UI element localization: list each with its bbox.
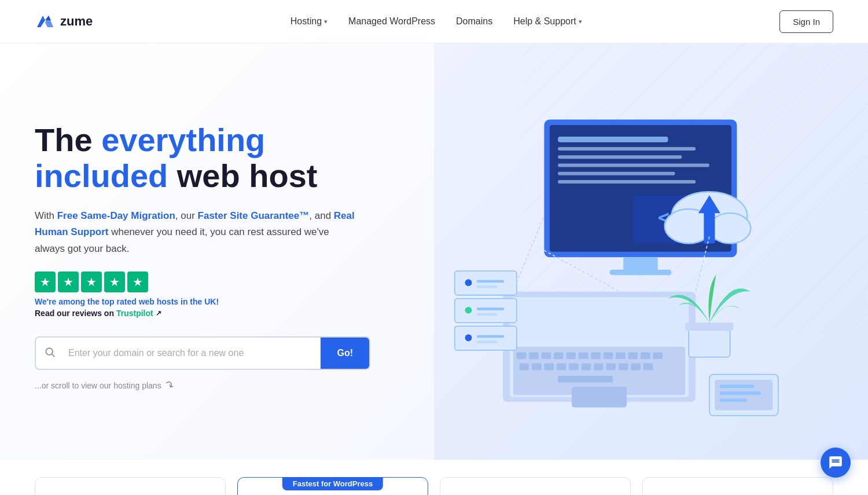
server-icon <box>107 487 153 495</box>
nav-hosting[interactable]: Hosting ▾ <box>290 16 328 27</box>
svg-line-70 <box>517 216 545 283</box>
svg-rect-44 <box>572 387 627 408</box>
svg-point-3 <box>46 348 53 355</box>
svg-rect-7 <box>558 137 668 142</box>
svg-rect-15 <box>623 257 657 271</box>
logo[interactable]: zume <box>35 11 93 32</box>
star-3: ★ <box>81 272 102 292</box>
search-go-button[interactable]: Go! <box>321 338 369 369</box>
card-2-featured[interactable]: Fastest for WordPress <box>237 477 428 495</box>
svg-rect-50 <box>477 285 498 288</box>
logo-icon <box>35 11 56 32</box>
star-5: ★ <box>127 272 148 292</box>
svg-rect-53 <box>477 313 498 316</box>
svg-rect-68 <box>720 391 761 395</box>
migration-link[interactable]: Free Same-Day Migration <box>57 210 175 221</box>
logo-text: zume <box>60 14 93 29</box>
star-2: ★ <box>58 272 79 292</box>
svg-rect-32 <box>520 364 529 371</box>
domain-search-input[interactable] <box>64 338 321 369</box>
illustration-svg: </> <box>434 78 833 437</box>
hero-section: The everything included web host With Fr… <box>0 43 868 460</box>
svg-rect-8 <box>558 147 696 151</box>
svg-rect-27 <box>604 352 613 359</box>
svg-point-59 <box>709 213 751 243</box>
svg-rect-45 <box>455 271 517 295</box>
svg-rect-46 <box>455 299 517 323</box>
svg-rect-38 <box>594 364 604 371</box>
hero-illustration: </> <box>434 78 833 437</box>
svg-rect-56 <box>477 340 498 343</box>
star-4: ★ <box>104 272 125 292</box>
star-rating: ★ ★ ★ ★ ★ <box>35 272 418 292</box>
svg-rect-30 <box>641 352 650 359</box>
nav-help[interactable]: Help & Support ▾ <box>513 16 582 27</box>
star-1: ★ <box>35 272 56 292</box>
domain-search-box: Go! <box>35 336 370 370</box>
svg-rect-24 <box>566 352 576 359</box>
guarantee-link[interactable]: Faster Site Guarantee™ <box>198 210 310 221</box>
svg-rect-36 <box>569 364 579 371</box>
nav-managed-wp[interactable]: Managed WordPress <box>348 16 435 27</box>
svg-rect-31 <box>653 352 663 359</box>
domain-icon <box>715 487 761 495</box>
svg-rect-26 <box>591 352 601 359</box>
svg-rect-16 <box>609 270 671 276</box>
svg-rect-12 <box>558 180 696 184</box>
nav-domains[interactable]: Domains <box>456 16 492 27</box>
svg-rect-43 <box>558 376 613 383</box>
svg-marker-2 <box>45 16 51 20</box>
external-link-icon: ↗ <box>156 309 161 317</box>
email-icon <box>512 487 558 495</box>
hero-title: The everything included web host <box>35 122 418 193</box>
svg-rect-21 <box>529 352 539 359</box>
svg-rect-25 <box>579 352 589 359</box>
svg-line-4 <box>52 354 55 357</box>
svg-rect-23 <box>554 352 564 359</box>
svg-rect-29 <box>628 352 638 359</box>
hero-content: The everything included web host With Fr… <box>35 122 418 392</box>
svg-rect-37 <box>582 364 591 371</box>
scroll-hint: ...or scroll to view our hosting plans ↷ <box>35 379 418 392</box>
help-chevron-icon: ▾ <box>579 18 582 25</box>
trustpilot-tagline: We're among the top rated web hosts in t… <box>35 297 418 306</box>
navbar: zume Hosting ▾ Managed WordPress Domains… <box>0 0 868 43</box>
svg-rect-28 <box>616 352 626 359</box>
card-3[interactable] <box>440 477 631 495</box>
svg-rect-9 <box>558 155 682 159</box>
featured-badge: Fastest for WordPress <box>282 477 383 490</box>
svg-rect-52 <box>477 307 505 310</box>
svg-rect-47 <box>455 326 517 350</box>
trustpilot-link[interactable]: Read our reviews on Trustpilot ↗ <box>35 309 418 318</box>
svg-point-51 <box>465 307 472 314</box>
svg-point-48 <box>465 279 472 286</box>
svg-marker-0 <box>37 16 45 27</box>
chat-icon <box>828 455 843 470</box>
svg-rect-34 <box>544 364 554 371</box>
svg-rect-33 <box>532 364 542 371</box>
card-4[interactable] <box>642 477 833 495</box>
svg-rect-11 <box>558 172 675 175</box>
chat-support-button[interactable] <box>821 448 851 478</box>
card-1[interactable] <box>35 477 226 495</box>
search-icon <box>36 346 64 361</box>
svg-rect-20 <box>517 352 527 359</box>
svg-rect-41 <box>631 364 641 371</box>
scroll-arrow-icon: ↷ <box>162 378 176 394</box>
hosting-chevron-icon: ▾ <box>324 18 328 25</box>
svg-point-54 <box>465 335 472 342</box>
svg-rect-39 <box>606 364 616 371</box>
nav-links: Hosting ▾ Managed WordPress Domains Help… <box>290 16 582 27</box>
svg-rect-42 <box>643 364 653 371</box>
trustpilot-brand: Trustpilot <box>116 309 153 318</box>
hosting-cards-strip: Fastest for WordPress <box>0 460 868 495</box>
signin-button[interactable]: Sign In <box>779 10 833 33</box>
svg-rect-35 <box>557 364 567 371</box>
hero-description: With Free Same-Day Migration, our Faster… <box>35 208 359 258</box>
svg-rect-22 <box>542 352 551 359</box>
svg-rect-67 <box>720 384 754 388</box>
svg-rect-49 <box>477 280 505 283</box>
svg-rect-40 <box>619 364 628 371</box>
svg-rect-10 <box>558 164 709 167</box>
svg-rect-69 <box>720 398 748 402</box>
